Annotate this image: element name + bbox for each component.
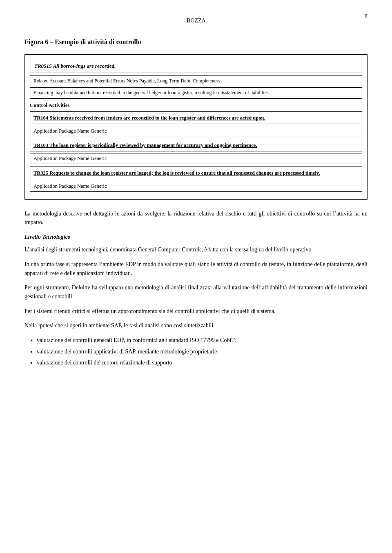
figure-title: Figura 6 – Esempio di attività di contro… xyxy=(24,37,368,47)
bullet-list: valutazione dei controlli generali EDP, … xyxy=(37,336,368,367)
page: 8 - BOZZA - Figura 6 – Esempio di attivi… xyxy=(0,0,392,553)
body-paragraph-5: Per ogni strumento, Deloitte ha sviluppa… xyxy=(24,283,368,301)
body-paragraph-6: Per i sistemi ritenuti critici si effett… xyxy=(24,307,368,316)
app-package-box-1: Application Package Name Generic xyxy=(30,126,362,137)
financing-row: Financing may be obtained but not record… xyxy=(30,87,362,99)
page-number: 8 xyxy=(365,12,368,21)
livello-tecnologico-heading: Livello Tecnologico xyxy=(24,233,368,241)
control-activities-label: Control Activities xyxy=(30,101,362,109)
tr104-box: TR104 Statements received from lenders a… xyxy=(30,111,362,124)
body-paragraph-4: In una prima fase si rappresenta l’ambie… xyxy=(24,260,368,278)
bullet-item-3: valutazione dei controlli del motore rel… xyxy=(37,358,368,367)
header-bozza: - BOZZA - xyxy=(24,16,368,25)
body-paragraph-3: L’analisi degli strumenti tecnologici, d… xyxy=(24,245,368,254)
bullet-item-2: valutazione dei controlli applicativi di… xyxy=(37,347,368,356)
app-package-box-2: Application Package Name Generic xyxy=(30,153,362,164)
app-package-box-3: Application Package Name Generic xyxy=(30,181,362,192)
body-paragraph-1: La metodologia descrive nel dettaglio le… xyxy=(24,209,368,227)
bullet-item-1: valutazione dei controlli generali EDP, … xyxy=(37,336,368,345)
related-accounts-row: Related Account Balances and Potential E… xyxy=(30,76,362,86)
tr103-box: TR103 The loan register is periodically … xyxy=(30,139,362,151)
tr103-text: TR103 The loan register is periodically … xyxy=(33,142,257,148)
body-paragraph-7: Nella ipotesi che si operi in ambiente S… xyxy=(24,321,368,330)
tr104-text: TR104 Statements received from lenders a… xyxy=(33,115,265,121)
figure-box: TR0515 All borrowings are recorded. Rela… xyxy=(24,54,368,200)
tr325-text: TR325 Requests to change the loan regist… xyxy=(33,170,320,176)
tr0515-box: TR0515 All borrowings are recorded. xyxy=(30,59,362,73)
tr0515-label: TR0515 All borrowings are recorded. xyxy=(34,63,116,69)
tr325-box: TR325 Requests to change the loan regist… xyxy=(30,167,362,179)
